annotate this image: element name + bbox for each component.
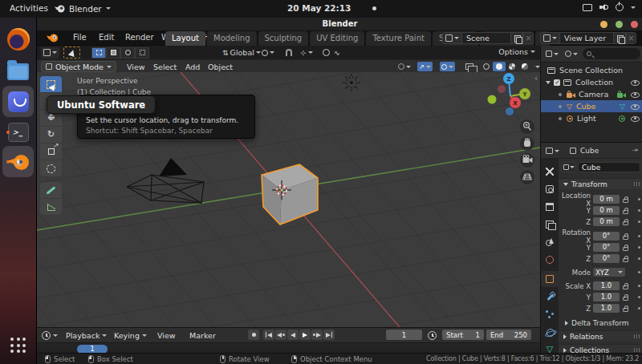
menu-file[interactable]: File bbox=[73, 33, 87, 42]
lock-icon[interactable] bbox=[623, 199, 628, 203]
zoom-button[interactable] bbox=[520, 119, 534, 134]
tab-texture-paint[interactable]: Texture Paint bbox=[366, 31, 431, 46]
outliner-row-collection[interactable]: ✓ Collection bbox=[541, 76, 642, 88]
menu-add[interactable]: Add bbox=[185, 63, 200, 71]
location-x-value[interactable]: 0 m bbox=[593, 195, 620, 204]
menu-view[interactable]: View bbox=[127, 63, 145, 71]
tool-scale[interactable] bbox=[40, 144, 62, 160]
dock-item-blender[interactable] bbox=[6, 149, 30, 174]
tab-world[interactable] bbox=[541, 252, 559, 268]
animate-dot[interactable] bbox=[638, 235, 641, 238]
remove-view-layer-button[interactable]: × bbox=[626, 32, 636, 44]
lock-icon[interactable] bbox=[623, 285, 628, 289]
end-frame-field[interactable]: End 250 bbox=[486, 330, 531, 340]
scene-browse-button[interactable] bbox=[442, 32, 462, 44]
tab-modifiers[interactable] bbox=[541, 289, 559, 305]
record-button[interactable] bbox=[248, 330, 259, 340]
use-preview-range-toggle[interactable] bbox=[428, 331, 437, 340]
jump-to-end-button[interactable] bbox=[323, 330, 335, 340]
dock-item-firefox[interactable] bbox=[6, 26, 30, 51]
animate-dot[interactable] bbox=[638, 220, 641, 224]
sidebar-collapse-arrow[interactable]: ‹ bbox=[534, 74, 538, 83]
object-type-dropdown[interactable] bbox=[561, 162, 576, 172]
minimize-button[interactable] bbox=[600, 21, 607, 28]
view-layer-name[interactable]: View Layer bbox=[560, 32, 613, 44]
play-button[interactable] bbox=[299, 330, 311, 340]
tab-uv-editing[interactable]: UV Editing bbox=[310, 31, 364, 46]
overlays-toggle[interactable] bbox=[440, 62, 455, 71]
tab-output[interactable] bbox=[541, 199, 559, 215]
shading-rendered[interactable] bbox=[518, 62, 531, 71]
xray-toggle[interactable] bbox=[464, 62, 475, 71]
menu-select[interactable]: Select bbox=[153, 63, 177, 71]
pan-button[interactable] bbox=[520, 136, 534, 151]
eye-icon[interactable] bbox=[631, 115, 640, 122]
tab-render[interactable] bbox=[541, 181, 559, 197]
close-button[interactable] bbox=[631, 21, 638, 28]
view-layer-browse-button[interactable] bbox=[540, 32, 560, 44]
active-tool-button[interactable] bbox=[63, 47, 80, 59]
scene-name[interactable]: Scene bbox=[462, 32, 510, 44]
tab-tool[interactable] bbox=[541, 164, 559, 180]
system-tray[interactable] bbox=[583, 3, 636, 11]
proportional-edit-toggle[interactable] bbox=[320, 47, 332, 59]
lock-icon[interactable] bbox=[623, 297, 628, 301]
current-frame-field[interactable]: 1 bbox=[386, 330, 422, 340]
collections-panel-header[interactable]: Collections bbox=[559, 344, 642, 353]
snap-toggle[interactable] bbox=[283, 47, 295, 59]
select-mode-tweak[interactable] bbox=[91, 47, 106, 59]
tab-object-data[interactable]: ▽ bbox=[541, 342, 559, 353]
transform-panel-header[interactable]: Transform bbox=[559, 178, 642, 189]
tab-object[interactable] bbox=[541, 271, 559, 287]
timeline-ruler[interactable]: 1 bbox=[37, 342, 540, 354]
options-dropdown[interactable]: Options bbox=[498, 47, 535, 56]
eye-icon[interactable] bbox=[631, 103, 640, 110]
outliner-display-mode-dropdown[interactable] bbox=[544, 49, 560, 59]
menu-edit[interactable]: Edit bbox=[99, 33, 114, 42]
select-mode-box[interactable] bbox=[106, 47, 120, 59]
drag-handle-icon[interactable] bbox=[633, 348, 640, 352]
scale-z-value[interactable]: 1.0 bbox=[593, 304, 620, 313]
rotation-z-value[interactable]: 0° bbox=[593, 254, 620, 263]
outliner-filter-dropdown[interactable] bbox=[563, 49, 579, 59]
blender-logo-icon[interactable] bbox=[47, 32, 59, 45]
outliner-row-camera[interactable]: Camera bbox=[541, 88, 642, 100]
animate-dot[interactable] bbox=[638, 198, 641, 201]
select-mode-circle[interactable] bbox=[120, 47, 135, 59]
animate-dot[interactable] bbox=[638, 285, 641, 288]
shading-material[interactable] bbox=[506, 62, 518, 71]
outliner-row-scene-collection[interactable]: Scene Collection bbox=[541, 64, 642, 76]
tab-modeling[interactable]: Modeling bbox=[207, 31, 257, 46]
animate-dot[interactable] bbox=[638, 296, 641, 299]
lock-icon[interactable] bbox=[623, 221, 628, 225]
transform-orientation-dropdown[interactable]: ⇅ Global bbox=[220, 47, 263, 59]
viewport-3d[interactable]: Z Y X bbox=[37, 72, 540, 327]
lock-icon[interactable] bbox=[623, 236, 628, 240]
proportional-falloff-dropdown[interactable]: ∿ bbox=[331, 47, 343, 59]
relations-panel-header[interactable]: Relations bbox=[559, 330, 642, 342]
tool-measure[interactable] bbox=[40, 199, 62, 216]
snap-target-dropdown[interactable]: ⊹ bbox=[298, 47, 315, 59]
tool-select-box[interactable] bbox=[40, 76, 62, 93]
shading-wireframe[interactable] bbox=[480, 62, 493, 71]
lock-icon[interactable] bbox=[623, 258, 628, 262]
location-z-value[interactable]: 0 m bbox=[593, 217, 620, 226]
app-menu[interactable]: Blender bbox=[55, 3, 111, 14]
shading-solid[interactable] bbox=[493, 62, 506, 71]
eye-icon[interactable] bbox=[631, 91, 640, 98]
lock-icon[interactable] bbox=[623, 247, 628, 251]
animate-dot[interactable] bbox=[638, 246, 641, 249]
visibility-dropdown[interactable] bbox=[396, 62, 412, 71]
tab-layout[interactable]: Layout bbox=[165, 31, 205, 46]
rotation-mode-dropdown[interactable]: XYZ bbox=[593, 268, 625, 277]
tab-particles[interactable] bbox=[541, 306, 559, 322]
drag-handle-icon[interactable] bbox=[633, 182, 640, 186]
rotation-y-value[interactable]: 0° bbox=[593, 243, 620, 252]
menu-marker[interactable]: Marker bbox=[189, 331, 216, 340]
clock[interactable]: 20 May 22:13 bbox=[287, 3, 351, 13]
menu-object[interactable]: Object bbox=[208, 63, 233, 71]
menu-render[interactable]: Render bbox=[125, 33, 154, 42]
editor-type-button[interactable] bbox=[41, 47, 59, 59]
properties-editor-type-button[interactable] bbox=[544, 146, 561, 156]
animate-dot[interactable] bbox=[638, 271, 641, 274]
